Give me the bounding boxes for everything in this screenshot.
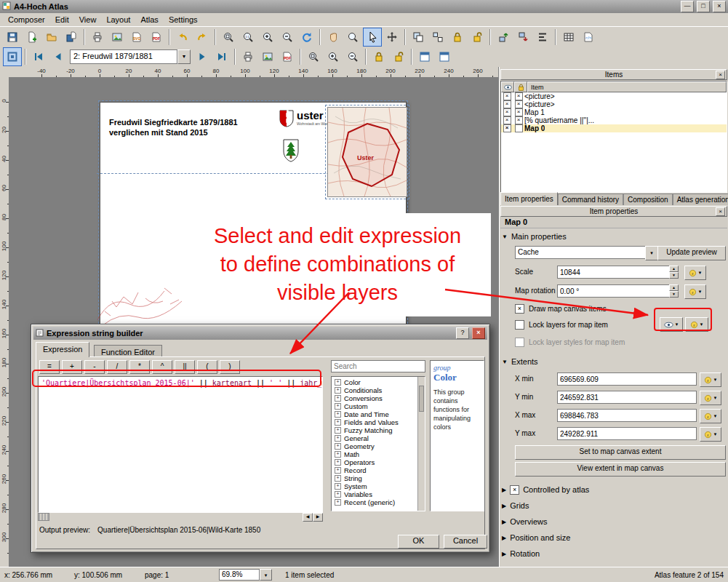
section-checkbox[interactable]: × bbox=[510, 485, 519, 495]
function-search-input[interactable] bbox=[331, 360, 425, 372]
export-atlas-pdf-button[interactable]: PDF bbox=[278, 47, 297, 66]
unlock-items-button[interactable] bbox=[468, 28, 487, 47]
operator-button-([interactable]: ( bbox=[197, 360, 217, 374]
item-lock-checkbox[interactable]: × bbox=[515, 116, 523, 124]
function-group[interactable]: +Fuzzy Matching bbox=[332, 426, 425, 434]
item-lock-checkbox[interactable]: × bbox=[515, 100, 523, 108]
scale-data-defined-button[interactable]: ε▼ bbox=[684, 266, 706, 280]
item-visibility-checkbox[interactable]: × bbox=[503, 108, 511, 116]
zoom-to-feature-button[interactable] bbox=[304, 47, 323, 66]
operator-button-+[interactable]: + bbox=[62, 360, 82, 374]
zoom-value[interactable]: 69.8% bbox=[219, 569, 260, 581]
section-extents[interactable]: ▼ Extents bbox=[502, 356, 726, 367]
menu-atlas[interactable]: Atlas bbox=[135, 14, 163, 25]
item-visibility-checkbox[interactable]: × bbox=[503, 100, 511, 108]
lock-layers-checkbox[interactable]: Lock layers for map item bbox=[515, 320, 608, 330]
expression-hscrollbar[interactable]: ◀ ▶ bbox=[38, 513, 323, 521]
section-overviews[interactable]: ▶Overviews bbox=[502, 517, 726, 527]
items-row[interactable]: ××[% quartiername ||''|... bbox=[501, 116, 727, 124]
section-rotation[interactable]: ▶Rotation bbox=[502, 549, 726, 559]
function-group[interactable]: +Fields and Values bbox=[332, 418, 425, 426]
minimize-button[interactable]: — bbox=[681, 1, 694, 12]
raise-items-button[interactable] bbox=[494, 28, 513, 47]
rotation-data-defined-button[interactable]: ε▼ bbox=[684, 284, 706, 299]
expand-icon[interactable]: + bbox=[335, 379, 341, 386]
scroll-left-icon[interactable]: ◀ bbox=[303, 513, 313, 522]
lock-layer-styles-checkbox[interactable]: Lock layer styles for map item bbox=[515, 338, 625, 347]
function-group[interactable]: +Math bbox=[332, 450, 425, 458]
operator-button-^[interactable]: ^ bbox=[152, 360, 172, 374]
item-properties-header[interactable]: Item properties × bbox=[500, 206, 727, 217]
export-atlas-image-button[interactable] bbox=[258, 47, 277, 66]
atlas-feature-combo[interactable]: 2: Freudwil 1879/1881▾ bbox=[70, 49, 191, 64]
print-atlas-button[interactable] bbox=[239, 47, 257, 66]
unlock-toolbar-button[interactable] bbox=[389, 47, 408, 66]
dialog-titlebar[interactable]: Expression string builder ? × bbox=[33, 327, 487, 340]
expression-builder-dialog[interactable]: Expression string builder ? × Expression… bbox=[31, 324, 490, 553]
items-row[interactable]: ××<picture> bbox=[501, 100, 727, 108]
zoom-full-button[interactable] bbox=[219, 28, 238, 47]
ungroup-items-button[interactable] bbox=[428, 28, 447, 47]
lock-layers-eye-button[interactable]: ▼ bbox=[660, 317, 683, 332]
set-to-map-canvas-extent-button[interactable]: Set to map canvas extent bbox=[515, 445, 726, 460]
lower-items-button[interactable] bbox=[513, 28, 532, 47]
tab-atlas-generation[interactable]: Atlas generation bbox=[673, 194, 728, 205]
expand-icon[interactable]: + bbox=[335, 411, 341, 418]
item-visibility-checkbox[interactable]: × bbox=[503, 116, 511, 124]
add-attribute-table-button[interactable] bbox=[559, 28, 578, 47]
preview-atlas-button[interactable] bbox=[3, 47, 22, 66]
rotation-spinner[interactable]: ▲▼ bbox=[669, 284, 679, 298]
historic-map-image[interactable]: Uster bbox=[327, 107, 407, 197]
zoom-combo[interactable]: 69.8% ▾ bbox=[219, 569, 272, 581]
expand-icon[interactable]: + bbox=[335, 419, 341, 426]
map-rotation-input[interactable] bbox=[557, 284, 671, 298]
x-max-input[interactable] bbox=[557, 409, 697, 422]
function-group[interactable]: +Variables bbox=[332, 490, 425, 498]
section-controlled-by-atlas[interactable]: ▶×Controlled by atlas bbox=[502, 485, 726, 495]
zoom-combo-arrow-icon[interactable]: ▾ bbox=[260, 569, 272, 581]
group-items-button[interactable] bbox=[409, 28, 428, 47]
items-panel-close-icon[interactable]: × bbox=[716, 71, 725, 79]
previous-feature-button[interactable] bbox=[49, 47, 68, 66]
menu-layout[interactable]: Layout bbox=[101, 14, 135, 25]
expand-icon[interactable]: + bbox=[335, 459, 341, 466]
close-button[interactable]: × bbox=[713, 1, 726, 12]
expand-icon[interactable]: + bbox=[335, 403, 341, 410]
item-lock-checkbox[interactable] bbox=[515, 124, 523, 132]
scale-spinner[interactable]: ▲▼ bbox=[669, 266, 679, 279]
extent-data-defined-button[interactable]: ε▼ bbox=[700, 427, 721, 442]
extent-data-defined-button[interactable]: ε▼ bbox=[700, 391, 721, 405]
section-position-and-size[interactable]: ▶Position and size bbox=[502, 533, 726, 543]
item-properties-close-icon[interactable]: × bbox=[716, 207, 725, 216]
function-group[interactable]: +System bbox=[332, 482, 425, 490]
print-button[interactable] bbox=[88, 28, 107, 47]
undo-button[interactable] bbox=[173, 28, 192, 47]
y-max-input[interactable] bbox=[557, 427, 697, 440]
expand-icon[interactable]: + bbox=[335, 427, 341, 434]
titlebar[interactable]: A4-Hoch Atlas — □ × bbox=[0, 0, 728, 13]
ok-button[interactable]: OK bbox=[398, 535, 439, 549]
menu-edit[interactable]: Edit bbox=[50, 14, 74, 25]
select-move-item-tool-button[interactable] bbox=[363, 28, 382, 47]
tab-item-properties[interactable]: Item properties bbox=[500, 192, 558, 205]
section-grids[interactable]: ▶Grids bbox=[502, 501, 726, 511]
expand-icon[interactable]: + bbox=[335, 387, 341, 394]
items-row[interactable]: ××<picture> bbox=[501, 92, 727, 100]
lock-layers-data-defined-button[interactable]: ε▼ bbox=[685, 317, 708, 332]
expand-icon[interactable]: + bbox=[335, 467, 341, 474]
save-as-template-button[interactable] bbox=[62, 28, 81, 47]
function-group[interactable]: +Operators bbox=[332, 458, 425, 466]
tab-expression[interactable]: Expression bbox=[36, 342, 89, 357]
zoom-in-button[interactable] bbox=[258, 28, 277, 47]
item-visibility-checkbox[interactable]: × bbox=[503, 92, 511, 100]
atlas-feature-combo-value[interactable]: 2: Freudwil 1879/1881 bbox=[70, 49, 177, 64]
expand-icon[interactable]: + bbox=[335, 451, 341, 458]
dialog-close-button[interactable]: × bbox=[472, 327, 485, 339]
new-composition-button[interactable] bbox=[23, 28, 41, 47]
cache-combo-arrow-icon[interactable]: ▾ bbox=[645, 246, 658, 260]
last-feature-button[interactable] bbox=[212, 47, 231, 66]
expression-editor[interactable]: 'Quartiere|Übersichtsplan 2015-06|' || k… bbox=[38, 376, 323, 513]
section-main-properties[interactable]: ▼ Main properties bbox=[502, 231, 726, 242]
dialog-help-button[interactable]: ? bbox=[456, 327, 469, 339]
function-group[interactable]: +String bbox=[332, 474, 425, 482]
